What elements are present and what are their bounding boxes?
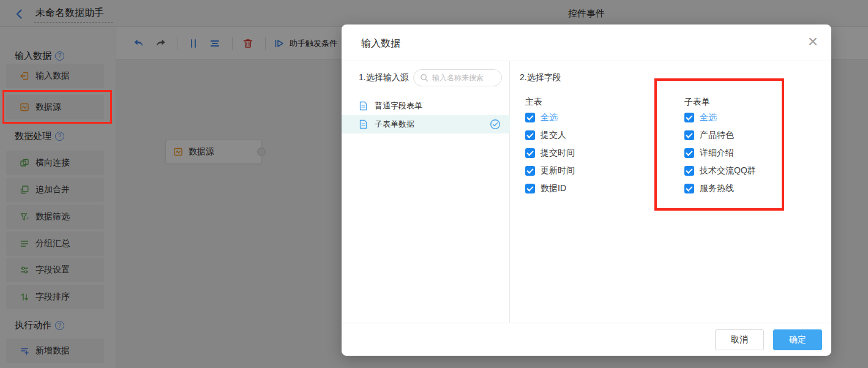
- field-group-main-table: 主表 全选 提交人 提交时间 更新时间: [525, 97, 575, 193]
- field-group-title: 子表单: [684, 97, 756, 107]
- checkbox-field[interactable]: 数据ID: [525, 184, 575, 193]
- source-item-subform-data[interactable]: 子表单数据: [342, 115, 510, 133]
- modal-title: 输入数据: [361, 37, 400, 50]
- confirm-button[interactable]: 确定: [773, 329, 822, 350]
- field-group-title: 主表: [525, 97, 575, 107]
- search-input[interactable]: [432, 73, 496, 82]
- checkbox-checked-icon[interactable]: [684, 130, 694, 140]
- checkbox-field[interactable]: 服务热线: [684, 184, 756, 193]
- checkbox-checked-icon[interactable]: [525, 113, 535, 122]
- field-panel: 2.选择字段 主表 全选 提交人 提交时间: [510, 61, 831, 323]
- checkbox-checked-icon[interactable]: [684, 184, 694, 193]
- checkbox-field[interactable]: 更新时间: [525, 166, 575, 176]
- source-item-label: 普通字段表单: [375, 100, 422, 111]
- checkbox-field[interactable]: 详细介绍: [684, 148, 756, 158]
- checkbox-checked-icon[interactable]: [525, 148, 535, 158]
- checkbox-checked-icon[interactable]: [525, 184, 535, 193]
- field-group-subform: 子表单 全选 产品特色 详细介绍 技术交流QQ: [684, 97, 756, 193]
- checkbox-select-all[interactable]: 全选: [684, 113, 756, 122]
- magnifier-icon: [420, 73, 428, 82]
- checkbox-checked-icon[interactable]: [684, 166, 694, 176]
- input-data-modal: 输入数据 × 1.选择输入源 普通字段表单: [342, 24, 831, 356]
- checkbox-checked-icon[interactable]: [525, 166, 535, 176]
- modal-footer: 取消 确定: [342, 323, 831, 356]
- checkbox-field[interactable]: 提交时间: [525, 148, 575, 158]
- modal-header: 输入数据 ×: [342, 24, 831, 61]
- step1-label: 1.选择输入源: [359, 72, 409, 83]
- checkbox-select-all[interactable]: 全选: [525, 113, 575, 122]
- close-icon[interactable]: ×: [808, 32, 818, 51]
- document-icon: [359, 101, 368, 111]
- cancel-button[interactable]: 取消: [715, 329, 764, 350]
- checkbox-checked-icon[interactable]: [525, 130, 535, 140]
- checkbox-field[interactable]: 提交人: [525, 130, 575, 140]
- document-icon: [359, 119, 368, 129]
- app-root: 未命名数据助手 控件事件 输入数据 ? 输入数据 数据源 数据处理 ?: [0, 0, 868, 368]
- step2-label: 2.选择字段: [520, 72, 561, 83]
- circle-check-icon: [490, 119, 501, 130]
- source-panel: 1.选择输入源 普通字段表单 子表单: [342, 61, 510, 323]
- checkbox-checked-icon[interactable]: [684, 148, 694, 158]
- search-box[interactable]: [413, 69, 502, 86]
- modal-body: 1.选择输入源 普通字段表单 子表单: [342, 61, 831, 323]
- source-item-label: 子表单数据: [375, 119, 414, 130]
- checkbox-field[interactable]: 产品特色: [684, 130, 756, 140]
- checkbox-field[interactable]: 技术交流QQ群: [684, 166, 756, 176]
- checkbox-checked-icon[interactable]: [684, 113, 694, 122]
- source-item-normal-form[interactable]: 普通字段表单: [342, 97, 510, 115]
